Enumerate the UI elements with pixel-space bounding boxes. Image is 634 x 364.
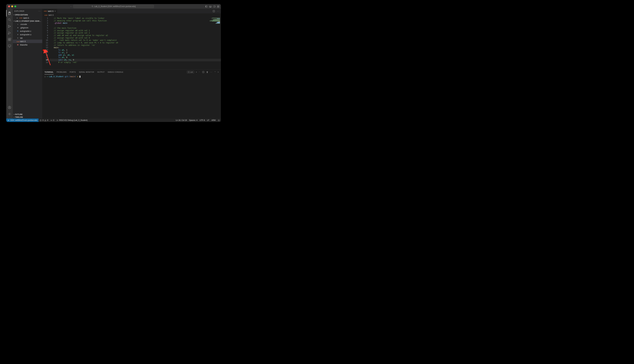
- svg-rect-7: [214, 6, 215, 7]
- terminal[interactable]: ○ → Lab_0_Student git:(main) ✗: [42, 74, 221, 118]
- extensions-view-button[interactable]: [6, 36, 13, 43]
- svg-point-27: [9, 114, 10, 114]
- maximize-panel-icon[interactable]: ⌃: [214, 71, 216, 73]
- close-editor-icon[interactable]: ×: [16, 17, 18, 19]
- nav-back-button[interactable]: ←: [70, 5, 72, 8]
- file-tree-item[interactable]: ›.vscode: [13, 22, 42, 26]
- source-control-view-button[interactable]: [6, 23, 13, 30]
- traffic-lights: [8, 6, 16, 7]
- notifications-status[interactable]: [217, 119, 221, 121]
- panel-tab-serial-monitor[interactable]: SERIAL MONITOR: [79, 70, 94, 74]
- close-window-button[interactable]: [8, 6, 10, 7]
- svg-rect-19: [8, 40, 9, 41]
- chevron-down-icon: [14, 14, 14, 16]
- panel-more-icon[interactable]: ···: [210, 71, 212, 73]
- statusbar: SSH: ee69lnx23.ecn.purdue.edu 0 0 0 RISC…: [6, 118, 221, 122]
- command-center[interactable]: Lab_0_Student [SSH: ee69lnx23.ecn.purdue…: [73, 5, 154, 8]
- error-icon: [40, 119, 42, 121]
- file-tree-item[interactable]: Cautograder.c: [13, 29, 42, 33]
- explorer-sidebar: EXPLORER ··· OPEN EDITORS × ASM lab0.S L…: [13, 9, 42, 118]
- code-editor[interactable]: 12345678910111213141516171819 // Mark th…: [42, 17, 221, 70]
- asm-file-icon: ASM: [44, 10, 47, 12]
- toggle-panel-icon[interactable]: [209, 5, 212, 8]
- file-tree-item[interactable]: ≡lab: [13, 36, 42, 40]
- svg-point-0: [92, 6, 93, 7]
- svg-point-39: [51, 120, 52, 120]
- indentation-status[interactable]: Spaces: 4: [188, 119, 198, 121]
- panel-tab-output[interactable]: OUTPUT: [97, 70, 104, 74]
- problems-status[interactable]: 0 0: [38, 119, 49, 121]
- open-editor-item[interactable]: × ASM lab0.S: [13, 16, 42, 20]
- encoding-status[interactable]: UTF-8: [198, 119, 206, 121]
- split-terminal-icon[interactable]: [202, 71, 204, 73]
- terminal-icon: [188, 71, 190, 73]
- ports-status[interactable]: 0: [49, 119, 56, 121]
- svg-line-1: [93, 7, 93, 7]
- toggle-secondary-sidebar-icon[interactable]: [213, 5, 216, 8]
- maximize-window-button[interactable]: [14, 6, 16, 7]
- open-editors-section[interactable]: OPEN EDITORS: [13, 14, 42, 16]
- chevron-right-icon: [14, 116, 14, 118]
- panel-tabs: TERMINALPROBLEMSPORTSSERIAL MONITOROUTPU…: [42, 70, 221, 74]
- panel-tab-terminal[interactable]: TERMINAL: [44, 70, 54, 74]
- editor-tab[interactable]: ASM lab0.S ×: [42, 9, 58, 14]
- svg-point-26: [9, 107, 10, 108]
- svg-point-16: [10, 26, 11, 27]
- terminal-dropdown-icon[interactable]: ﹀: [199, 71, 200, 73]
- folder-section[interactable]: LAB_0_STUDENT [SSH: EE69LN...: [13, 20, 42, 22]
- timeline-section[interactable]: TIMELINE: [13, 116, 42, 118]
- svg-rect-20: [10, 40, 11, 41]
- file-tree-item[interactable]: ≡autograder.o: [13, 33, 42, 36]
- panel-tab-debug-console[interactable]: DEBUG CONSOLE: [108, 70, 124, 74]
- customize-layout-icon[interactable]: [217, 5, 219, 8]
- settings-button[interactable]: [6, 111, 13, 117]
- chevron-down-icon: [14, 20, 14, 22]
- breadcrumb[interactable]: ASM lab0.S: [42, 14, 221, 17]
- remote-explorer-view-button[interactable]: [6, 43, 13, 49]
- titlebar: ← → Lab_0_Student [SSH: ee69lnx23.ecn.pu…: [6, 4, 221, 9]
- file-icon: M: [16, 44, 19, 46]
- svg-rect-8: [217, 6, 218, 6]
- sidebar-more-icon[interactable]: ···: [38, 10, 41, 12]
- folder-icon: ›: [16, 23, 19, 26]
- panel-tab-ports[interactable]: PORTS: [70, 70, 76, 74]
- warning-icon: [44, 119, 46, 121]
- remote-indicator[interactable]: SSH: ee69lnx23.ecn.purdue.edu: [6, 118, 38, 122]
- svg-point-14: [8, 25, 9, 26]
- eol-status[interactable]: LF: [206, 119, 210, 121]
- close-tab-icon[interactable]: ×: [54, 10, 56, 12]
- toggle-primary-sidebar-icon[interactable]: [205, 5, 208, 8]
- terminal-shell-selector[interactable]: zsh: [187, 71, 194, 73]
- terminal-cursor: [80, 76, 80, 78]
- radio-icon: [50, 119, 52, 121]
- svg-rect-21: [10, 38, 11, 39]
- outline-section[interactable]: OUTLINE: [13, 113, 42, 116]
- svg-rect-18: [8, 38, 9, 39]
- file-tree-item[interactable]: ◆.gitignore: [13, 26, 42, 29]
- accounts-button[interactable]: [6, 104, 13, 111]
- svg-rect-22: [8, 45, 11, 47]
- sidebar-title: EXPLORER: [14, 10, 24, 12]
- split-editor-icon[interactable]: [213, 10, 215, 12]
- kill-terminal-icon[interactable]: [206, 71, 208, 73]
- new-terminal-button[interactable]: +: [196, 71, 197, 73]
- asm-file-icon: ASM: [44, 14, 48, 16]
- panel: TERMINALPROBLEMSPORTSSERIAL MONITOROUTPU…: [42, 70, 221, 118]
- close-panel-icon[interactable]: ×: [218, 71, 219, 73]
- search-view-button[interactable]: [6, 16, 13, 23]
- file-tree-item[interactable]: ASMlab0.S: [13, 40, 42, 43]
- debug-config-status[interactable]: RISCV32 Debug (Lab_0_Student): [56, 119, 88, 121]
- cursor-position-status[interactable]: Ln 18, Col 19: [175, 119, 188, 121]
- svg-rect-3: [206, 6, 206, 7]
- minimize-window-button[interactable]: [11, 6, 13, 7]
- run-debug-view-button[interactable]: [6, 30, 13, 36]
- bell-icon: [218, 119, 220, 121]
- debug-icon: [56, 119, 58, 121]
- editor-more-icon[interactable]: ···: [217, 10, 219, 12]
- file-icon: C: [16, 30, 19, 32]
- explorer-view-button[interactable]: [6, 10, 13, 16]
- language-mode-status[interactable]: ARM: [210, 119, 217, 121]
- panel-tab-problems[interactable]: PROBLEMS: [57, 70, 66, 74]
- file-tree-item[interactable]: MMakefile: [13, 43, 42, 46]
- svg-rect-11: [218, 6, 219, 7]
